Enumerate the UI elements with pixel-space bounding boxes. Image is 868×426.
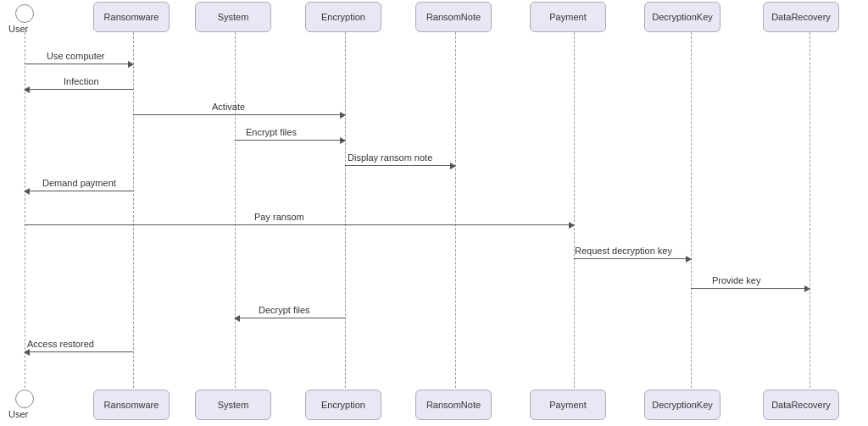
actor-box-datarecovery-top: DataRecovery <box>763 2 839 32</box>
actor-box-payment-top: Payment <box>530 2 606 32</box>
label-infection: Infection <box>64 76 99 86</box>
label-display-ransom-note: Display ransom note <box>348 152 432 163</box>
actor-box-ransomnote-bottom: RansomNote <box>415 390 492 420</box>
actor-box-ransomware-top: Ransomware <box>93 2 170 32</box>
arrow-request-decryption-key <box>574 258 691 259</box>
arrow-activate <box>133 114 345 115</box>
lifeline-encryption <box>345 32 346 388</box>
label-demand-payment: Demand payment <box>42 178 116 188</box>
user-circle-bottom <box>15 390 34 408</box>
lifeline-datarecovery <box>810 32 810 388</box>
actor-box-ransomnote-top: RansomNote <box>415 2 492 32</box>
label-request-decryption-key: Request decryption key <box>575 246 672 256</box>
arrow-display-ransom-note <box>345 165 455 166</box>
actor-box-datarecovery-bottom: DataRecovery <box>763 390 839 420</box>
sequence-diagram: Ransomware System Encryption RansomNote … <box>0 0 868 426</box>
arrow-pay-ransom <box>25 224 574 225</box>
actor-box-encryption-top: Encryption <box>305 2 381 32</box>
arrow-access-restored <box>25 351 133 352</box>
lifeline-ransomnote <box>455 32 456 388</box>
lifeline-system <box>235 32 236 388</box>
arrow-use-computer <box>25 64 133 64</box>
actor-box-decryptionkey-bottom: DecryptionKey <box>644 390 721 420</box>
arrow-infection <box>25 89 133 90</box>
lifeline-ransomware <box>133 32 134 388</box>
label-use-computer: Use computer <box>47 51 104 61</box>
lifeline-payment <box>574 32 575 388</box>
user-circle-top <box>15 4 34 23</box>
actor-box-payment-bottom: Payment <box>530 390 606 420</box>
arrow-provide-key <box>691 288 810 289</box>
label-access-restored: Access restored <box>27 339 94 349</box>
label-provide-key: Provide key <box>712 275 760 285</box>
lifeline-user <box>25 32 25 388</box>
actor-box-ransomware-bottom: Ransomware <box>93 390 170 420</box>
user-label-bottom: User <box>8 409 28 419</box>
label-pay-ransom: Pay ransom <box>254 212 304 222</box>
label-decrypt-files: Decrypt files <box>259 305 310 315</box>
arrow-decrypt-files <box>235 318 345 318</box>
actor-box-system-top: System <box>195 2 271 32</box>
arrow-encrypt-files <box>235 140 345 141</box>
actor-box-system-bottom: System <box>195 390 271 420</box>
label-encrypt-files: Encrypt files <box>246 127 297 137</box>
label-activate: Activate <box>212 102 245 112</box>
arrow-demand-payment <box>25 191 133 191</box>
actor-box-decryptionkey-top: DecryptionKey <box>644 2 721 32</box>
actor-box-encryption-bottom: Encryption <box>305 390 381 420</box>
lifeline-decryptionkey <box>691 32 692 388</box>
